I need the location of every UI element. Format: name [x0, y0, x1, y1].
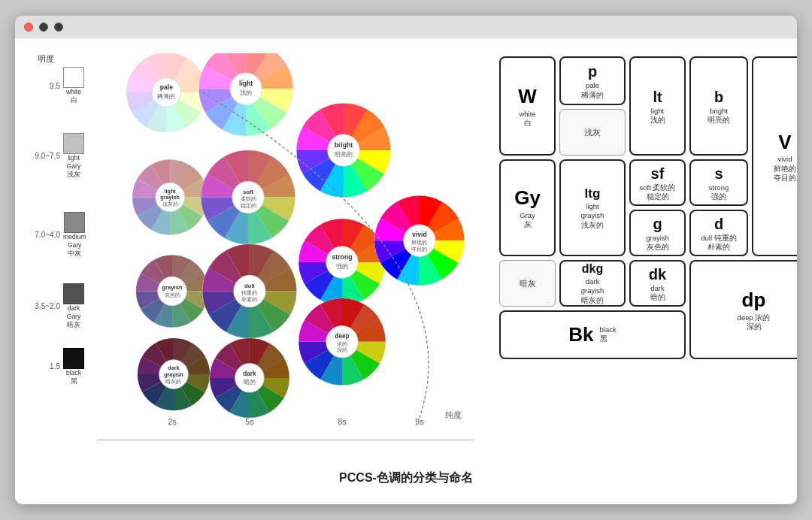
tone-zh-b: 明亮的	[707, 116, 730, 125]
tone-abbr-Gy: Gy	[514, 186, 541, 211]
tone-abbr-V: V	[778, 130, 791, 156]
tone-en2-dkg: grayish	[581, 286, 604, 295]
tone-zh-dp: 深的	[747, 322, 762, 331]
swatch-label-medgray: mediumGary中灰	[63, 233, 86, 258]
tone-cell-qianhui: 浅灰	[559, 109, 626, 156]
brightness-axis: 9.5 white白 9.0~7.5 lightGary浅灰	[34, 67, 86, 385]
svg-text:鲜艳的: 鲜艳的	[411, 239, 427, 246]
tone-zh-V: 鲜艳的	[774, 165, 796, 174]
svg-text:soft: soft	[243, 189, 254, 195]
tone-zh-g: 灰色的	[647, 243, 669, 252]
brightness-value-15: 1.5	[34, 362, 60, 370]
brightness-title: 明度	[38, 53, 54, 65]
tone-zh-p: 稀薄的	[581, 91, 604, 100]
svg-text:dull: dull	[244, 283, 255, 289]
tone-en-W: white	[519, 110, 535, 119]
svg-text:5s: 5s	[245, 417, 253, 426]
tone-en-s: strong	[709, 183, 729, 192]
swatch-label-white: white白	[66, 88, 81, 104]
svg-text:明亮的: 明亮的	[335, 151, 353, 158]
tone-abbr-p: p	[588, 62, 597, 81]
tone-en-p: pale	[586, 81, 599, 90]
tone-en-dp: deep 浓的	[738, 313, 771, 322]
swatch-label-darkgray: darkGary暗灰	[67, 304, 80, 329]
tone-grid: W white 白 p pale 稀薄的 lt light 浅的	[496, 53, 782, 461]
svg-text:钝重的: 钝重的	[241, 290, 257, 295]
tone-cell-W: W white 白	[499, 56, 556, 156]
svg-text:柔软的: 柔软的	[241, 196, 256, 201]
main-area: 明度 9.5 white白 9.0~7.5	[30, 53, 782, 461]
brightness-level-15: 1.5 black黑	[34, 348, 86, 385]
tone-zh-sf: 稳定的	[647, 192, 669, 201]
brightness-level-35: 3.5~2.0 darkGary暗灰	[34, 283, 86, 329]
tone-zh-dkg: 暗灰的	[581, 296, 604, 305]
brightness-value-95: 9.5	[34, 82, 60, 90]
tone-cell-p: p pale 稀薄的	[559, 56, 626, 105]
tone-cell-dkg: dkg dark grayish 暗灰的	[559, 260, 626, 307]
brightness-value-90: 9.0~7.5	[34, 152, 60, 160]
svg-text:9s: 9s	[415, 417, 423, 426]
svg-text:浅的: 浅的	[240, 89, 252, 96]
titlebar	[15, 16, 797, 38]
tone-zh-dk: 暗的	[650, 293, 665, 302]
tone-cell-dk: dk dark 暗的	[629, 260, 686, 307]
tone-en-lt: light	[651, 107, 664, 116]
svg-text:2s: 2s	[168, 417, 176, 426]
svg-text:dark: dark	[168, 364, 180, 371]
bottom-title: PCCS-色调的分类与命名	[30, 461, 782, 489]
tone-cell-sf: sf soft 柔软的 稳定的	[629, 159, 686, 206]
brightness-level-70: 7.0~4.0 mediumGary中灰	[34, 212, 86, 258]
close-button[interactable]	[24, 23, 33, 32]
tone-label-qianhui: 浅灰	[584, 127, 601, 138]
tone-cell-s: s strong 强的	[689, 159, 748, 206]
brightness-value-70: 7.0~4.0	[34, 231, 60, 239]
tone-zh-s: 强的	[711, 192, 726, 201]
main-content: 明度 9.5 white白 9.0~7.5	[15, 38, 797, 504]
minimize-button[interactable]	[39, 23, 48, 32]
tone-cell-anhui: 暗灰	[499, 260, 556, 307]
tone-label-anhui: 暗灰	[520, 278, 536, 289]
tone-abbr-dk: dk	[649, 265, 666, 284]
tone-cell-g: g grayish 灰色的	[629, 210, 686, 256]
swatch-label-lightgray: lightGary浅灰	[67, 154, 80, 179]
svg-text:grayish: grayish	[162, 284, 183, 291]
svg-text:grayish: grayish	[164, 371, 183, 378]
svg-text:暗的: 暗的	[244, 379, 256, 385]
brightness-level-90: 9.0~7.5 lightGary浅灰	[34, 133, 86, 179]
tone-cell-Bk: Bk black 黑	[499, 310, 686, 359]
tone-en-d: dull 钝重的	[701, 234, 736, 243]
tone-abbr-dp: dp	[742, 288, 766, 313]
svg-text:暗灰的: 暗灰的	[165, 379, 181, 384]
swatch-darkgray	[63, 283, 84, 304]
tone-en-b: bright	[710, 107, 728, 116]
wheels-svg: pale 稀薄的	[98, 53, 474, 435]
swatch-white	[63, 67, 84, 88]
tone-abbr-W: W	[518, 84, 537, 110]
tone-abbr-Bk: Bk	[568, 322, 593, 348]
tone-abbr-dkg: dkg	[582, 262, 603, 277]
svg-text:dark: dark	[243, 370, 256, 377]
svg-text:朴素的: 朴素的	[241, 297, 257, 302]
tone-abbr-b: b	[714, 87, 723, 107]
svg-text:8s: 8s	[338, 417, 346, 426]
tone-zh-d: 朴素的	[707, 243, 730, 252]
svg-text:vivid: vivid	[412, 231, 427, 238]
svg-text:grayish: grayish	[160, 194, 180, 201]
tone-en-Gy: Gray	[520, 211, 535, 220]
svg-text:deep: deep	[335, 333, 349, 340]
svg-text:bright: bright	[335, 141, 353, 149]
tone-abbr-s: s	[714, 164, 723, 183]
x-axis-line	[98, 440, 474, 440]
tone-cell-V: V vivid 鲜艳的 夺目的	[752, 56, 797, 256]
svg-text:稀薄的: 稀薄的	[157, 93, 175, 100]
svg-text:灰色的: 灰色的	[165, 292, 180, 298]
tone-cell-dp: dp deep 浓的 深的	[689, 260, 797, 359]
left-section: 明度 9.5 white白 9.0~7.5	[30, 53, 474, 461]
tone-cell-Gy: Gy Gray 灰	[499, 159, 556, 256]
svg-text:浅灰的: 浅灰的	[162, 201, 178, 207]
tone-zh-Gy: 灰	[524, 220, 532, 229]
maximize-button[interactable]	[54, 23, 63, 32]
svg-text:light: light	[165, 188, 177, 195]
tone-cell-ltg: ltg light grayish 浅灰的	[559, 159, 626, 256]
tone-zh-Bk: 黑	[600, 334, 617, 343]
